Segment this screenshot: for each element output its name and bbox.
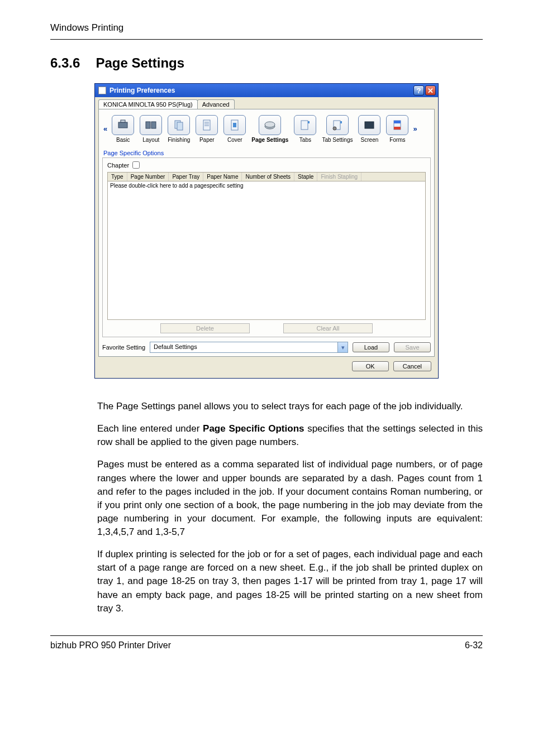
grid-header-paper-name[interactable]: Paper Name <box>203 173 242 181</box>
delete-button[interactable]: Delete <box>160 323 250 333</box>
grid-header-paper-tray[interactable]: Paper Tray <box>169 173 203 181</box>
grid-header-staple[interactable]: Staple <box>294 173 317 181</box>
printing-preferences-dialog: Printing Preferences ? ✕ KONICA MINOLTA … <box>94 83 439 379</box>
chapter-checkbox[interactable] <box>132 161 140 169</box>
svg-rect-5 <box>177 122 183 130</box>
svg-point-13 <box>265 122 275 127</box>
svg-rect-0 <box>118 122 127 128</box>
category-toolbar: « Basic Layout <box>102 113 431 146</box>
tabs-icon <box>294 115 316 135</box>
ok-button[interactable]: OK <box>352 361 389 371</box>
grid-header-row: Type Page Number Paper Tray Paper Name N… <box>107 172 426 181</box>
screen-icon <box>358 115 380 135</box>
toolbar-page-settings[interactable]: Page Settings <box>249 114 291 143</box>
svg-rect-19 <box>365 122 374 128</box>
chevron-down-icon: ▾ <box>337 342 348 352</box>
toolbar-finishing[interactable]: Finishing <box>165 114 192 143</box>
paragraph: Pages must be entered as a comma separat… <box>97 458 483 539</box>
favorite-setting-label: Favorite Setting <box>102 344 145 351</box>
paper-icon <box>196 115 218 135</box>
paragraph: The Page Settings panel allows you to se… <box>97 400 483 413</box>
toolbar-label: Tabs <box>299 137 311 143</box>
toolbar-label: Finishing <box>168 137 190 143</box>
grid-header-number-of-sheets[interactable]: Number of Sheets <box>242 173 294 181</box>
svg-rect-22 <box>394 127 401 130</box>
toolbar-screen[interactable]: Screen <box>356 114 383 143</box>
outer-tabstrip: KONICA MINOLTA 950 PS(Plug) Advanced <box>98 99 435 109</box>
load-button[interactable]: Load <box>353 342 389 352</box>
header-rule <box>50 39 483 40</box>
chapter-label: Chapter <box>107 162 129 169</box>
help-button[interactable]: ? <box>413 85 424 95</box>
paragraph: If duplex printing is selected for the j… <box>97 548 483 615</box>
svg-rect-3 <box>151 122 156 128</box>
cover-icon <box>223 115 246 135</box>
svg-rect-6 <box>203 120 210 130</box>
toolbar-label: Screen <box>361 137 379 143</box>
section-heading: 6.3.6 Page Settings <box>50 55 483 71</box>
titlebar: Printing Preferences ? ✕ <box>95 84 438 97</box>
tab-driver-main[interactable]: KONICA MINOLTA 950 PS(Plug) <box>98 99 198 109</box>
window-title: Printing Preferences <box>110 87 175 94</box>
toolbar-label: Forms <box>389 137 405 143</box>
forms-icon <box>386 115 408 135</box>
toolbar-label: Page Settings <box>251 137 288 143</box>
toolbar-label: Basic <box>116 137 130 143</box>
svg-rect-2 <box>146 122 150 128</box>
toolbar-scroll-left[interactable]: « <box>102 125 108 133</box>
cancel-button[interactable]: Cancel <box>393 361 431 371</box>
toolbar-scroll-right[interactable]: » <box>412 125 418 133</box>
page-specific-options-panel: Chapter Type Page Number Paper Tray Pape… <box>102 157 431 337</box>
toolbar-label: Cover <box>227 137 242 143</box>
section-number: 6.3.6 <box>50 55 80 71</box>
toolbar-paper[interactable]: Paper <box>193 114 220 143</box>
grid-header-page-number[interactable]: Page Number <box>127 173 169 181</box>
tab-settings-icon <box>326 115 349 135</box>
favorite-setting-select[interactable]: Default Settings ▾ <box>150 342 348 353</box>
toolbar-label: Layout <box>142 137 159 143</box>
toolbar-label: Tab Settings <box>322 137 353 143</box>
close-button[interactable]: ✕ <box>425 85 436 95</box>
favorite-setting-value: Default Settings <box>150 342 337 352</box>
tab-driver-advanced[interactable]: Advanced <box>197 99 235 109</box>
footer-left: bizhub PRO 950 Printer Driver <box>50 640 171 650</box>
page-specific-options-label: Page Specific Options <box>102 146 431 157</box>
toolbar-basic[interactable]: Basic <box>110 114 136 143</box>
toolbar-forms[interactable]: Forms <box>384 114 411 143</box>
svg-rect-1 <box>121 120 125 122</box>
printer-icon <box>98 87 106 94</box>
page-footer: bizhub PRO 950 Printer Driver 6-32 <box>50 635 483 650</box>
running-header: Windows Printing <box>50 22 483 34</box>
svg-rect-21 <box>394 121 401 123</box>
grid-header-finish-stapling[interactable]: Finish Stapling <box>317 173 361 181</box>
toolbar-cover[interactable]: Cover <box>221 114 248 143</box>
grid-body[interactable]: Please double-click here to add a pagesp… <box>107 181 426 320</box>
clear-all-button[interactable]: Clear All <box>283 323 373 333</box>
grid-hint-text: Please double-click here to add a pagesp… <box>110 183 243 189</box>
svg-point-18 <box>333 127 336 130</box>
svg-rect-11 <box>233 123 236 127</box>
toolbar-tab-settings[interactable]: Tab Settings <box>320 114 355 143</box>
finishing-icon <box>168 115 190 135</box>
body-text: The Page Settings panel allows you to se… <box>50 400 483 615</box>
save-button[interactable]: Save <box>394 342 431 352</box>
basic-icon <box>112 115 134 135</box>
svg-rect-15 <box>308 121 310 123</box>
toolbar-tabs[interactable]: Tabs <box>292 114 318 143</box>
footer-right: 6-32 <box>465 640 483 650</box>
toolbar-layout[interactable]: Layout <box>137 114 164 143</box>
section-title: Page Settings <box>96 55 184 71</box>
grid-header-type[interactable]: Type <box>108 173 127 181</box>
layout-icon <box>140 115 162 135</box>
page-settings-icon <box>259 115 281 135</box>
svg-rect-14 <box>301 121 308 130</box>
paragraph: Each line entered under Page Specific Op… <box>97 422 483 449</box>
toolbar-label: Paper <box>199 137 215 143</box>
svg-rect-17 <box>340 121 342 123</box>
